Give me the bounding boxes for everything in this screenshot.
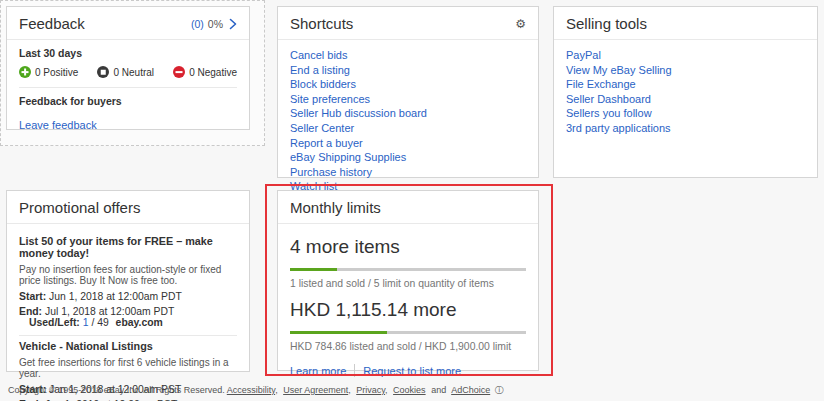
feedback-percent: 0% [208, 18, 223, 30]
shortcuts-title: Shortcuts [290, 15, 353, 32]
divider [19, 87, 237, 88]
selling-tools-link-file-exchange[interactable]: File Exchange [566, 77, 805, 92]
footer-link-user-agreement[interactable]: User Agreement [283, 385, 348, 395]
learn-more-link[interactable]: Learn more [290, 365, 346, 377]
selling-tools-title: Selling tools [566, 15, 647, 32]
monthly-limits-header: Monthly limits [278, 191, 538, 224]
amount-progress-bar [290, 331, 526, 334]
offer-description: Get free insertions for first 6 vehicle … [19, 357, 237, 379]
monthly-limits-body: 4 more items 1 listed and sold / 5 limit… [278, 224, 538, 385]
footer-link-cookies[interactable]: Cookies [393, 385, 426, 395]
monthly-limits-panel: Monthly limits 4 more items 1 listed and… [277, 190, 539, 371]
copyright-text: Copyright © 1995-2018 eBay Inc. All Righ… [8, 385, 225, 395]
footer-link-adchoice[interactable]: AdChoice [451, 385, 490, 395]
monthly-limits-links: Learn more Request to list more [290, 364, 526, 377]
adchoice-icon: ⓘ [495, 385, 504, 395]
selling-tools-header: Selling tools [554, 7, 817, 40]
feedback-positive-label: 0 Positive [35, 67, 78, 78]
shortcut-link-block-bidders[interactable]: Block bidders [290, 77, 526, 92]
feedback-positive-stat: 0 Positive [19, 66, 78, 78]
amount-limit-headline: HKD 1,115.14 more [290, 299, 526, 321]
amount-limit-caption: HKD 784.86 listed and sold / HKD 1,900.0… [290, 341, 526, 352]
promo-offer: List 50 of your items for FREE – make mo… [19, 235, 237, 328]
selling-tools-link-sellers-you-follow[interactable]: Sellers you follow [566, 106, 805, 121]
separator: , [348, 385, 351, 395]
feedback-negative-stat: 0 Negative [173, 66, 237, 78]
feedback-period-label: Last 30 days [19, 47, 237, 59]
gear-icon[interactable]: ⚙ [515, 18, 526, 30]
footer-link-accessibility[interactable]: Accessibility [227, 385, 275, 395]
conjunction-text: and [431, 385, 446, 395]
shortcut-link-ebay-shipping-supplies[interactable]: eBay Shipping Supplies [290, 150, 526, 165]
monthly-limits-title: Monthly limits [290, 199, 381, 216]
feedback-neutral-label: 0 Neutral [113, 67, 154, 78]
shortcut-link-purchase-history[interactable]: Purchase history [290, 165, 526, 180]
offer-title: Vehicle - National Listings [19, 340, 237, 352]
items-progress-fill [290, 268, 337, 271]
leave-feedback-link[interactable]: Leave feedback [19, 119, 97, 131]
footer-link-privacy[interactable]: Privacy [356, 385, 385, 395]
offer-end-label: End: [19, 306, 42, 317]
shortcuts-panel: Shortcuts ⚙ Cancel bids End a listing Bl… [277, 6, 539, 178]
amount-progress-fill [290, 331, 387, 334]
offer-used-left-label: Used/Left: [29, 317, 80, 328]
neutral-circle-icon [97, 66, 109, 78]
offer-limit-value: / 49 [91, 317, 108, 328]
shortcut-link-site-preferences[interactable]: Site preferences [290, 92, 526, 107]
feedback-count: (0) [191, 18, 204, 30]
divider [19, 335, 237, 336]
promotional-offers-body: List 50 of your items for FREE – make mo… [7, 224, 249, 401]
shortcuts-header: Shortcuts ⚙ [278, 7, 538, 40]
shortcut-link-end-a-listing[interactable]: End a listing [290, 63, 526, 78]
feedback-panel: Feedback (0) 0% Last 30 days 0 Positive … [6, 6, 250, 130]
selling-tools-link-view-my-ebay-selling[interactable]: View My eBay Selling [566, 63, 805, 78]
shortcut-link-seller-hub-discussion-board[interactable]: Seller Hub discussion board [290, 106, 526, 121]
feedback-neutral-stat: 0 Neutral [97, 66, 154, 78]
promotional-offers-header: Promotional offers [7, 191, 249, 224]
shortcut-link-report-a-buyer[interactable]: Report a buyer [290, 136, 526, 151]
selling-tools-link-3rd-party-applications[interactable]: 3rd party applications [566, 121, 805, 136]
selling-tools-link-paypal[interactable]: PayPal [566, 48, 805, 63]
feedback-title: Feedback [19, 15, 85, 32]
offer-start-label: Start: [19, 291, 46, 302]
feedback-header: Feedback (0) 0% [7, 7, 249, 40]
shortcuts-links: Cancel bids End a listing Block bidders … [278, 40, 538, 202]
separator: , [385, 385, 388, 395]
separator: , [275, 385, 278, 395]
chevron-right-icon [229, 18, 237, 30]
plus-circle-icon [19, 66, 31, 78]
minus-circle-icon [173, 66, 185, 78]
selling-tools-link-seller-dashboard[interactable]: Seller Dashboard [566, 92, 805, 107]
feedback-negative-label: 0 Negative [189, 67, 237, 78]
offer-end-value: Jul 1, 2018 at 12:00am PDT [45, 306, 174, 317]
offer-start-value: Jun 1, 2018 at 12:00am PDT [49, 291, 182, 302]
offer-end-line: End: Jul 1, 2018 at 12:00am PDT Used/Lef… [19, 306, 237, 328]
offer-description: Pay no insertion fees for auction-style … [19, 264, 237, 286]
items-progress-bar [290, 268, 526, 271]
offer-start-line: Start: Jun 1, 2018 at 12:00am PDT [19, 291, 237, 302]
feedback-body: Last 30 days 0 Positive 0 Neutral 0 Nega… [7, 40, 249, 140]
items-limit-headline: 4 more items [290, 236, 526, 258]
offer-title: List 50 of your items for FREE – make mo… [19, 235, 237, 259]
footer: Copyright © 1995-2018 eBay Inc. All Righ… [8, 384, 504, 397]
shortcut-link-cancel-bids[interactable]: Cancel bids [290, 48, 526, 63]
promotional-offers-panel: Promotional offers List 50 of your items… [6, 190, 250, 372]
selling-tools-panel: Selling tools PayPal View My eBay Sellin… [553, 6, 818, 178]
feedback-for-buyers-label: Feedback for buyers [19, 95, 237, 107]
promotional-offers-title: Promotional offers [19, 199, 140, 216]
offer-used-value-link[interactable]: 1 [83, 317, 89, 328]
request-to-list-more-link[interactable]: Request to list more [363, 365, 461, 377]
vertical-divider [354, 364, 355, 377]
feedback-summary-link[interactable]: (0) 0% [191, 18, 237, 30]
feedback-stats-row: 0 Positive 0 Neutral 0 Negative [19, 66, 237, 78]
shortcut-link-seller-center[interactable]: Seller Center [290, 121, 526, 136]
items-limit-caption: 1 listed and sold / 5 limit on quantity … [290, 278, 526, 289]
selling-tools-links: PayPal View My eBay Selling File Exchang… [554, 40, 817, 144]
offer-site: ebay.com [116, 317, 163, 328]
